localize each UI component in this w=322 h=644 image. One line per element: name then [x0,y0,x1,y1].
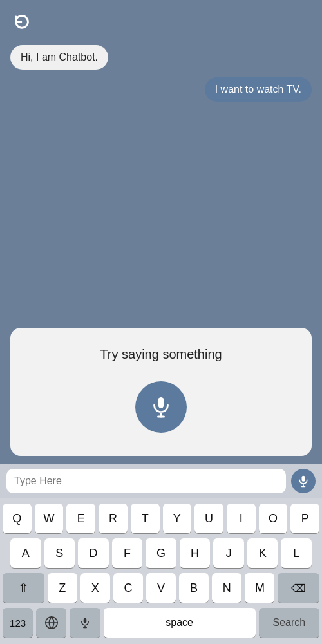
key-h[interactable]: H [180,538,211,568]
key-space[interactable]: space [104,608,256,638]
key-w[interactable]: W [35,504,64,533]
key-r[interactable]: R [99,504,128,533]
keyboard-row-bottom: 123 space Search [3,608,319,641]
key-l[interactable]: L [281,538,312,568]
keyboard-row-3: ⇧ Z X C V B N M ⌫ [3,573,319,603]
key-s[interactable]: S [44,538,75,568]
refresh-button[interactable] [10,10,33,33]
mic-input-icon [297,475,310,488]
key-k[interactable]: K [247,538,278,568]
text-input[interactable] [6,469,286,493]
keyboard: Q W E R T Y U I O P A S D F G H J K L ⇧ … [0,498,322,644]
svg-rect-0 [158,397,164,408]
keyboard-row-1: Q W E R T Y U I O P [3,504,319,533]
key-p[interactable]: P [290,504,319,533]
svg-rect-8 [84,618,87,623]
chat-area: Hi, I am Chatbot. I want to watch TV. [0,0,322,323]
key-m[interactable]: M [245,573,274,603]
key-e[interactable]: E [66,504,95,533]
key-g[interactable]: G [146,538,176,568]
key-o[interactable]: O [259,504,288,533]
key-f[interactable]: F [112,538,143,568]
key-q[interactable]: Q [3,504,32,533]
key-u[interactable]: U [194,504,223,533]
key-a[interactable]: A [10,538,41,568]
user-message-text: I want to watch TV. [215,84,301,95]
key-j[interactable]: J [213,538,244,568]
bot-message-text: Hi, I am Chatbot. [21,52,98,62]
key-b[interactable]: B [179,573,209,603]
key-d[interactable]: D [78,538,109,568]
key-z[interactable]: Z [48,573,77,603]
keyboard-row-2: A S D F G H J K L [3,538,319,568]
mic-icon [149,395,173,419]
key-c[interactable]: C [113,573,143,603]
refresh-icon [13,13,31,31]
key-i[interactable]: I [227,504,256,533]
input-bar [0,464,322,498]
mic-input-button[interactable] [291,469,316,493]
key-shift[interactable]: ⇧ [3,573,44,603]
key-globe[interactable] [36,608,66,638]
voice-panel: Try saying something [10,328,312,456]
key-n[interactable]: N [212,573,242,603]
key-t[interactable]: T [131,504,160,533]
key-v[interactable]: V [146,573,176,603]
keyboard-mic-icon [79,616,91,629]
key-x[interactable]: X [80,573,110,603]
key-mic[interactable] [70,608,100,638]
svg-rect-3 [302,476,305,482]
key-y[interactable]: Y [163,504,192,533]
bubble-user: I want to watch TV. [205,77,312,102]
mic-button[interactable] [135,381,187,433]
key-search[interactable]: Search [259,608,319,638]
key-backspace[interactable]: ⌫ [278,573,319,603]
bubble-bot: Hi, I am Chatbot. [10,45,108,70]
globe-icon [44,616,59,630]
key-num[interactable]: 123 [3,608,33,638]
chat-messages: Hi, I am Chatbot. I want to watch TV. [10,45,312,102]
voice-prompt: Try saying something [100,347,222,362]
